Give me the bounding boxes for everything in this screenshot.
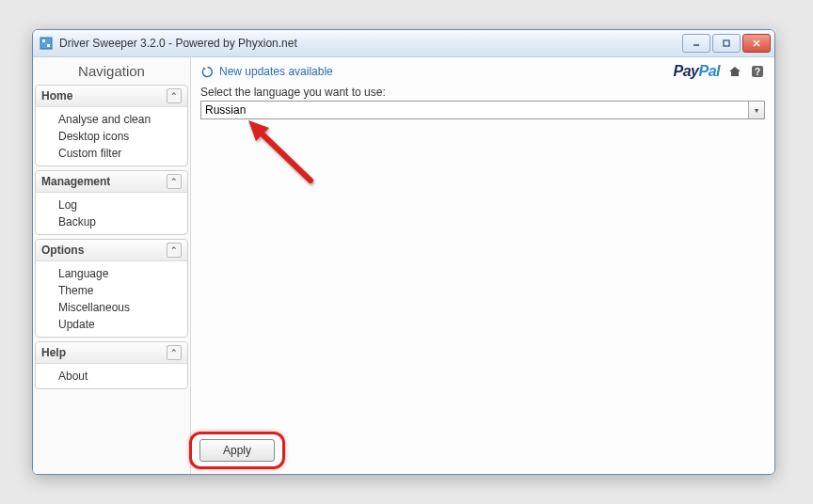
nav-group-help: Help ⌃ About [35, 341, 188, 389]
language-value: Russian [201, 102, 748, 118]
app-window: Driver Sweeper 3.2.0 - Powered by Phyxio… [32, 29, 775, 475]
svg-rect-2 [47, 44, 50, 47]
home-icon[interactable] [727, 64, 742, 79]
nav-group-options: Options ⌃ Language Theme Miscellaneous U… [35, 239, 188, 338]
sidebar-item-about[interactable]: About [58, 368, 187, 385]
sidebar-item-update[interactable]: Update [58, 316, 187, 333]
language-label: Select the language you want to use: [200, 86, 765, 99]
nav-head-label: Options [41, 244, 84, 257]
nav-head-home[interactable]: Home ⌃ [36, 86, 187, 107]
apply-button[interactable]: Apply [199, 439, 275, 462]
chevron-up-icon: ⌃ [167, 345, 182, 360]
svg-text:?: ? [755, 67, 760, 77]
sidebar-item-custom-filter[interactable]: Custom filter [58, 145, 187, 162]
apply-highlight: Apply [189, 432, 285, 469]
sidebar-item-backup[interactable]: Backup [58, 213, 187, 230]
navigation-title: Navigation [35, 59, 188, 85]
app-icon [39, 36, 54, 51]
sidebar-item-language[interactable]: Language [58, 265, 187, 282]
language-select[interactable]: Russian ▾ [200, 101, 765, 119]
main-panel: New updates available PayPal ? Select th… [191, 57, 774, 475]
svg-rect-4 [724, 40, 729, 46]
nav-head-label: Help [41, 346, 66, 359]
chevron-up-icon: ⌃ [167, 243, 182, 258]
chevron-up-icon: ⌃ [167, 174, 182, 189]
sidebar-item-theme[interactable]: Theme [58, 282, 187, 299]
dropdown-button[interactable]: ▾ [748, 102, 764, 118]
nav-head-management[interactable]: Management ⌃ [36, 171, 187, 193]
close-button[interactable] [742, 34, 771, 53]
svg-rect-0 [40, 38, 52, 49]
sidebar-item-desktop-icons[interactable]: Desktop icons [58, 128, 187, 145]
svg-rect-1 [42, 39, 45, 42]
nav-head-options[interactable]: Options ⌃ [36, 240, 187, 261]
window-buttons [682, 34, 771, 53]
minimize-button[interactable] [682, 34, 710, 53]
nav-group-management: Management ⌃ Log Backup [35, 170, 188, 235]
chevron-up-icon: ⌃ [167, 88, 182, 103]
sidebar: Navigation Home ⌃ Analyse and clean Desk… [33, 57, 191, 475]
nav-head-help[interactable]: Help ⌃ [36, 342, 187, 364]
content-area: Navigation Home ⌃ Analyse and clean Desk… [33, 57, 774, 475]
window-title: Driver Sweeper 3.2.0 - Powered by Phyxio… [59, 37, 682, 50]
titlebar: Driver Sweeper 3.2.0 - Powered by Phyxio… [33, 30, 774, 57]
nav-head-label: Home [41, 89, 72, 102]
help-icon[interactable]: ? [750, 64, 765, 79]
sidebar-item-log[interactable]: Log [58, 197, 187, 213]
nav-head-label: Management [41, 175, 110, 188]
nav-group-home: Home ⌃ Analyse and clean Desktop icons C… [35, 85, 188, 166]
sidebar-item-analyse[interactable]: Analyse and clean [58, 111, 187, 128]
topbar: New updates available PayPal ? [200, 63, 765, 80]
refresh-icon [200, 65, 214, 78]
chevron-down-icon: ▾ [755, 106, 758, 115]
sidebar-item-misc[interactable]: Miscellaneous [58, 299, 187, 316]
updates-link[interactable]: New updates available [219, 65, 333, 78]
maximize-button[interactable] [712, 34, 741, 53]
paypal-logo[interactable]: PayPal [674, 63, 720, 80]
